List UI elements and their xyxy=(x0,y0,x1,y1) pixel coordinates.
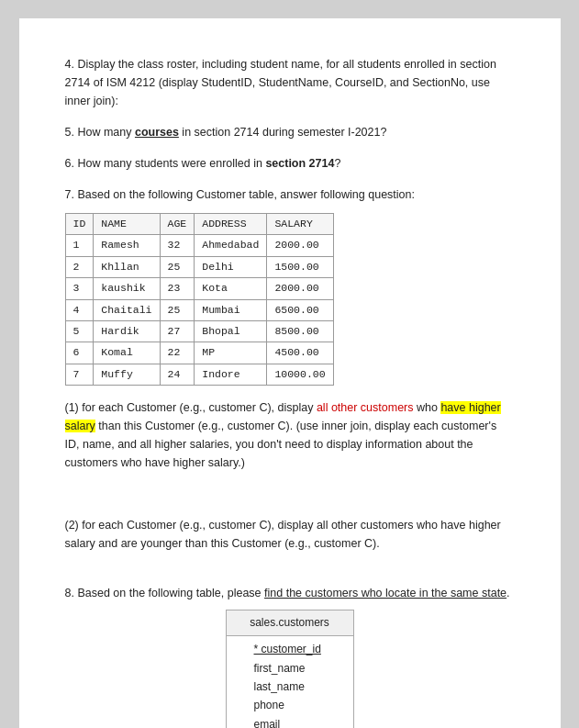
table-row: 2 Khllan 25 Delhi 1500.00 xyxy=(65,256,333,277)
customer-table: ID NAME AGE ADDRESS SALARY 1 Ramesh 32 A… xyxy=(65,213,334,386)
cell: 24 xyxy=(160,364,195,385)
table-header-row: ID NAME AGE ADDRESS SALARY xyxy=(65,214,333,235)
cell: Khllan xyxy=(94,256,160,277)
field-email: email xyxy=(254,715,326,728)
cell: 32 xyxy=(160,235,195,256)
q7-1-yellow: have higher salary xyxy=(65,401,501,432)
page: 4. Display the class roster, including s… xyxy=(19,18,561,728)
q5-highlight: courses xyxy=(135,126,179,139)
field-last-name: last_name xyxy=(254,678,326,696)
q6-bold: section 2714 xyxy=(265,157,334,170)
cell: Hardik xyxy=(94,320,160,342)
cell: Mumbai xyxy=(195,299,267,320)
cell: Ahmedabad xyxy=(195,235,267,256)
col-age: AGE xyxy=(160,214,195,235)
cell: 4 xyxy=(65,299,94,320)
table-row: 7 Muffy 24 Indore 10000.00 xyxy=(65,364,333,385)
question-6: 6. How many students were enrolled in se… xyxy=(65,154,515,173)
q8-text: 8. Based on the following table, please … xyxy=(65,584,515,602)
q8-underline: find the customers who locate in the sam… xyxy=(264,587,507,599)
cell: 1 xyxy=(65,235,94,256)
sales-table-title: sales.customers xyxy=(226,610,353,636)
cell: 25 xyxy=(160,299,195,320)
cell: 7 xyxy=(65,364,94,385)
q6-number: 6. xyxy=(65,157,74,170)
cell: Kota xyxy=(195,278,267,299)
col-name: NAME xyxy=(94,214,160,235)
col-salary: SALARY xyxy=(267,214,333,235)
cell: 27 xyxy=(160,320,195,342)
cell: MP xyxy=(195,342,267,364)
cell: 5 xyxy=(65,320,94,342)
cell: kaushik xyxy=(94,278,160,299)
table-row: 6 Komal 22 MP 4500.00 xyxy=(65,342,333,364)
cell: Muffy xyxy=(94,364,160,385)
cell: Bhopal xyxy=(195,320,267,342)
cell: 2 xyxy=(65,256,94,277)
cell: Komal xyxy=(94,342,160,364)
cell: 22 xyxy=(160,342,195,364)
q7-number: 7. xyxy=(65,188,74,201)
cell: 23 xyxy=(160,278,195,299)
col-id: ID xyxy=(65,214,94,235)
cell: 1500.00 xyxy=(267,256,333,277)
cell: 6 xyxy=(65,342,94,364)
pk-marker: * customer_id xyxy=(254,643,321,655)
question-7: 7. Based on the following Customer table… xyxy=(65,185,515,553)
q7-2-number: (2) xyxy=(65,519,79,532)
cell: 4500.00 xyxy=(267,342,333,364)
question-8: 8. Based on the following table, please … xyxy=(65,584,515,728)
cell: 2000.00 xyxy=(267,235,333,256)
cell: Chaitali xyxy=(94,299,160,320)
table-row: 1 Ramesh 32 Ahmedabad 2000.00 xyxy=(65,235,333,256)
cell: 10000.00 xyxy=(267,364,333,385)
sales-customers-table: sales.customers * customer_id first_name… xyxy=(226,610,354,728)
table-body: 1 Ramesh 32 Ahmedabad 2000.00 2 Khllan 2… xyxy=(65,235,333,386)
q6-text: 6. How many students were enrolled in se… xyxy=(65,154,515,173)
cell: Delhi xyxy=(195,256,267,277)
cell: 3 xyxy=(65,278,94,299)
table-row: 3 kaushik 23 Kota 2000.00 xyxy=(65,278,333,299)
cell: 8500.00 xyxy=(267,320,333,342)
field-phone: phone xyxy=(254,696,326,714)
q5-number: 5. xyxy=(65,126,74,139)
q7-2-text: (2) for each Customer (e.g., customer C)… xyxy=(65,516,515,553)
question-5: 5. How many courses in section 2714 duri… xyxy=(65,123,515,141)
q4-text: 4. Display the class roster, including s… xyxy=(65,55,515,110)
q7-1-text: (1) for each Customer (e.g., customer C)… xyxy=(65,398,515,472)
question-4: 4. Display the class roster, including s… xyxy=(65,55,515,110)
cell: 25 xyxy=(160,256,195,277)
sales-table-header-row: sales.customers xyxy=(226,610,353,636)
q4-number: 4. xyxy=(65,58,74,71)
q8-number: 8. xyxy=(65,587,74,599)
table-row: 5 Hardik 27 Bhopal 8500.00 xyxy=(65,320,333,342)
cell: 6500.00 xyxy=(267,299,333,320)
field-first-name: first_name xyxy=(254,659,326,678)
q5-text: 5. How many courses in section 2714 duri… xyxy=(65,123,515,141)
table-row: 4 Chaitali 25 Mumbai 6500.00 xyxy=(65,299,333,320)
sales-table-body: * customer_id first_name last_name phone… xyxy=(226,636,353,728)
col-address: ADDRESS xyxy=(195,214,267,235)
field-customer-id: * customer_id xyxy=(254,640,326,658)
cell: 2000.00 xyxy=(267,278,333,299)
q7-1-red: all other customers xyxy=(317,401,414,414)
sales-fields: * customer_id first_name last_name phone… xyxy=(226,636,353,728)
q7-text: 7. Based on the following Customer table… xyxy=(65,185,515,204)
cell: Ramesh xyxy=(94,235,160,256)
cell: Indore xyxy=(195,364,267,385)
sales-field-row: * customer_id first_name last_name phone… xyxy=(226,636,353,728)
q7-1-number: (1) xyxy=(65,401,79,414)
